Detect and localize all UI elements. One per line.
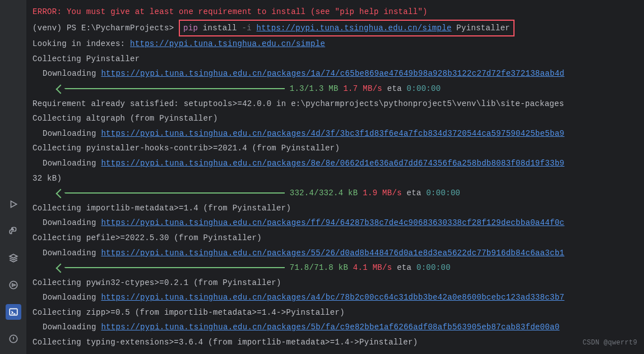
progress-bar — [61, 267, 285, 268]
package-link[interactable]: https://pypi.tuna.tsinghua.edu.cn/packag… — [101, 69, 564, 78]
collect-line: Collecting pywin32-ctypes>=0.2.1 (from P… — [33, 275, 638, 291]
download-line: Downloading https://pypi.tuna.tsinghua.e… — [33, 66, 638, 81]
python-icon[interactable] — [6, 223, 21, 239]
progress-line: 332.4/332.4 kB 1.9 MB/s eta 0:00:00 — [33, 186, 638, 201]
layers-icon[interactable] — [6, 250, 21, 266]
download-line: Downloading https://pypi.tuna.tsinghua.e… — [33, 320, 638, 335]
collect-line: Collecting pefile>=2022.5.30 (from Pyins… — [33, 231, 638, 246]
progress-line: 1.3/1.3 MB 1.7 MB/s eta 0:00:00 — [33, 81, 638, 96]
index-url[interactable]: https://pypi.tuna.tsinghua.edu.cn/simple — [257, 24, 452, 33]
left-toolbar — [0, 0, 27, 354]
download-line: Downloading https://pypi.tuna.tsinghua.e… — [33, 246, 638, 261]
download-line: Downloading https://pypi.tuna.tsinghua.e… — [33, 215, 638, 231]
terminal-output[interactable]: ERROR: You must give at least one requir… — [27, 0, 644, 354]
package-link[interactable]: https://pypi.tuna.tsinghua.edu.cn/packag… — [101, 129, 564, 138]
run-icon[interactable] — [6, 196, 21, 212]
package-link[interactable]: https://pypi.tuna.tsinghua.edu.cn/packag… — [101, 323, 559, 332]
download-line: Downloading https://pypi.tuna.tsinghua.e… — [33, 156, 638, 171]
download-line: Downloading https://pypi.tuna.tsinghua.e… — [33, 126, 638, 141]
highlighted-command: pip install -i https://pypi.tuna.tsinghu… — [179, 20, 515, 37]
command-line: (venv) PS E:\PycharmProjects> pip instal… — [33, 20, 638, 37]
flag: -i — [242, 24, 251, 33]
index-link[interactable]: https://pypi.tuna.tsinghua.edu.cn/simple — [130, 39, 325, 48]
collect-line: Collecting importlib-metadata>=1.4 (from… — [33, 201, 638, 216]
svg-point-0 — [11, 228, 12, 229]
package-link[interactable]: https://pypi.tuna.tsinghua.edu.cn/packag… — [101, 218, 564, 227]
pip-keyword: pip — [183, 24, 198, 33]
error-line: ERROR: You must give at least one requir… — [33, 4, 638, 20]
watermark: CSDN @qwerrt9 — [582, 337, 637, 350]
progress-line: 71.8/71.8 kB 4.1 MB/s eta 0:00:00 — [33, 260, 638, 275]
requirement-line: Requirement already satisfied: setuptool… — [33, 96, 638, 112]
collect-line: Collecting typing-extensions>=3.6.4 (fro… — [33, 335, 638, 350]
progress-bar — [61, 88, 285, 89]
size-line: 32 kB) — [33, 171, 638, 186]
package-link[interactable]: https://pypi.tuna.tsinghua.edu.cn/packag… — [101, 293, 564, 302]
collect-line: Collecting pyinstaller-hooks-contrib>=20… — [33, 141, 638, 156]
collect-line: Collecting altgraph (from Pyinstaller) — [33, 111, 638, 126]
terminal-icon[interactable] — [6, 304, 21, 320]
looking-line: Looking in indexes: https://pypi.tuna.ts… — [33, 36, 638, 52]
services-icon[interactable] — [6, 277, 21, 293]
prompt: (venv) PS E:\PycharmProjects> — [33, 24, 174, 33]
package-link[interactable]: https://pypi.tuna.tsinghua.edu.cn/packag… — [101, 249, 564, 258]
progress-bar — [61, 192, 285, 194]
collect-line: Collecting Pyinstaller — [33, 52, 638, 67]
problems-icon[interactable] — [6, 331, 21, 347]
package-link[interactable]: https://pypi.tuna.tsinghua.edu.cn/packag… — [101, 159, 564, 168]
download-line: Downloading https://pypi.tuna.tsinghua.e… — [33, 290, 638, 305]
collect-line: Collecting zipp>=0.5 (from importlib-met… — [33, 305, 638, 320]
